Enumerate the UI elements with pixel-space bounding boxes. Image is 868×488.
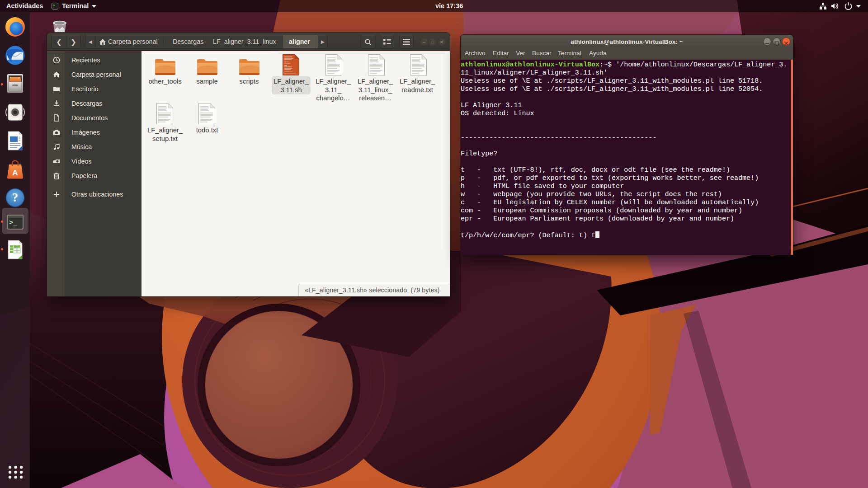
svg-text:?: ? [12, 191, 19, 204]
svg-text:>_: >_ [9, 219, 18, 227]
svg-text:A: A [12, 169, 18, 177]
